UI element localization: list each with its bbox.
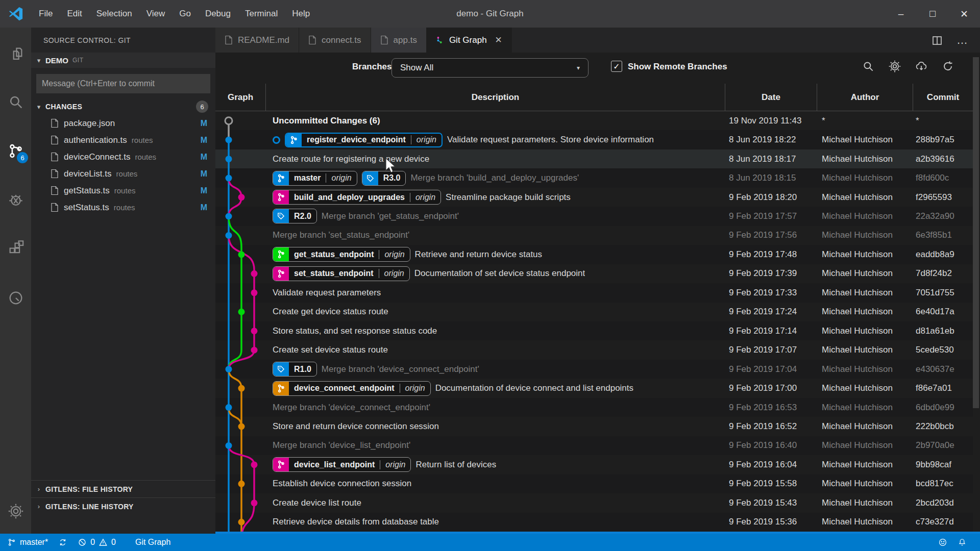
git-status-modified: M	[201, 153, 207, 162]
menu-debug[interactable]: Debug	[199, 6, 237, 22]
close-button[interactable]: ✕	[948, 0, 980, 28]
description-cell: Create set device status route	[265, 345, 725, 355]
debug-icon[interactable]	[0, 184, 31, 216]
clock-icon[interactable]	[0, 282, 31, 314]
branch-label[interactable]: register_device_endpointorigin	[285, 133, 443, 147]
commit-row[interactable]: R1.0Merge branch 'device_connect_endpoin…	[215, 360, 973, 379]
repo-section-header[interactable]: ▾ DEMO GIT	[31, 53, 215, 68]
menu-go[interactable]: Go	[173, 6, 197, 22]
source-control-badge: 6	[17, 152, 28, 163]
menu-selection[interactable]: Selection	[90, 6, 138, 22]
menu-edit[interactable]: Edit	[61, 6, 88, 22]
menu-file[interactable]: File	[33, 6, 59, 22]
commit-row[interactable]: Store status, and set response status co…	[215, 321, 973, 340]
commit-row[interactable]: Merge branch 'device_connect_endpoint'9 …	[215, 398, 973, 417]
remote-label: origin	[380, 460, 410, 469]
show-remote-checkbox[interactable]: ✓	[611, 61, 622, 72]
sync-status-item[interactable]	[53, 534, 72, 551]
menu-view[interactable]: View	[140, 6, 172, 22]
description-cell: Create device list route	[265, 498, 725, 508]
maximize-button[interactable]: □	[917, 0, 948, 28]
menu-help[interactable]: Help	[286, 6, 316, 22]
git-status-modified: M	[201, 169, 207, 179]
commit-description: Retrieve device details from database ta…	[273, 517, 439, 527]
changes-section-header[interactable]: ▾ CHANGES 6	[31, 98, 215, 115]
problems-status-item[interactable]: 0 0	[72, 534, 121, 551]
date-cell: 9 Feb 2019 17:24	[725, 307, 817, 317]
feedback-smiley-icon[interactable]	[933, 534, 952, 551]
tab-git-graph[interactable]: Git Graph✕	[427, 28, 512, 53]
commit-row[interactable]: Store and return device connection sessi…	[215, 417, 973, 436]
git-graph-status-item[interactable]: Git Graph	[130, 534, 176, 551]
commit-row[interactable]: Create route for registering a new devic…	[215, 149, 973, 168]
branch-label[interactable]: device_connect_endpointorigin	[273, 381, 431, 396]
commit-row[interactable]: Establish device connection session9 Feb…	[215, 474, 973, 493]
author-cell: Michael Hutchison	[817, 154, 913, 164]
author-cell: Michael Hutchison	[817, 192, 913, 203]
commit-row[interactable]: Uncommitted Changes (6)19 Nov 2019 11:43…	[215, 111, 973, 130]
column-header-author: Author	[817, 84, 913, 111]
commit-row[interactable]: set_status_endpointoriginDocumentation o…	[215, 264, 973, 283]
commit-row[interactable]: Merge branch 'set_status_endpoint'9 Feb …	[215, 226, 973, 245]
file-row[interactable]: authentication.tsroutesM	[31, 132, 215, 148]
source-control-icon[interactable]: 6	[0, 135, 31, 167]
branch-label[interactable]: get_status_endpointorigin	[273, 247, 410, 262]
minimize-button[interactable]: –	[885, 0, 917, 28]
branch-status-item[interactable]: master*	[0, 534, 53, 551]
menu-terminal[interactable]: Terminal	[239, 6, 284, 22]
commit-row[interactable]: device_connect_endpointoriginDocumentati…	[215, 379, 973, 397]
commit-hash-cell: 9bb98caf	[913, 460, 973, 470]
tag-label[interactable]: R2.0	[273, 209, 317, 223]
commit-hash-cell: 7d8f24b2	[913, 268, 973, 279]
tab-connect-ts[interactable]: connect.ts	[299, 28, 371, 53]
commit-row[interactable]: Validate request parameters9 Feb 2019 17…	[215, 283, 973, 302]
tab-label: Git Graph	[449, 35, 487, 45]
branch-label[interactable]: set_status_endpointorigin	[273, 266, 410, 281]
file-row[interactable]: deviceList.tsroutesM	[31, 165, 215, 182]
branch-label[interactable]: masterorigin	[273, 171, 357, 186]
search-icon[interactable]	[0, 86, 31, 118]
search-icon[interactable]	[862, 60, 875, 73]
commit-row[interactable]: Create get device status route9 Feb 2019…	[215, 303, 973, 321]
tab-readme-md[interactable]: README.md	[215, 28, 299, 53]
branch-label[interactable]: device_list_endpointorigin	[273, 457, 411, 472]
sidebar-section-gitlens-file-history[interactable]: ›GITLENS: FILE HISTORY	[31, 480, 215, 497]
tab-app-ts[interactable]: app.ts	[371, 28, 427, 53]
commit-row[interactable]: Retrieve device details from database ta…	[215, 513, 973, 532]
commit-row[interactable]: build_and_deploy_upgradesoriginStreamlin…	[215, 188, 973, 207]
commit-row[interactable]: get_status_endpointoriginRetrieve and re…	[215, 245, 973, 264]
refresh-icon[interactable]	[941, 60, 954, 73]
author-cell: Michael Hutchison	[817, 173, 913, 183]
extensions-icon[interactable]	[0, 233, 31, 265]
fetch-icon[interactable]	[915, 60, 928, 73]
scrollbar[interactable]	[973, 57, 979, 408]
file-row[interactable]: setStatus.tsroutesM	[31, 199, 215, 216]
branch-label[interactable]: build_and_deploy_upgradesorigin	[273, 190, 441, 205]
branches-dropdown-value: Show All	[400, 63, 433, 73]
commit-row[interactable]: Create device list route9 Feb 2019 15:43…	[215, 493, 973, 512]
split-editor-icon[interactable]	[931, 34, 943, 46]
commit-message-input[interactable]	[36, 74, 210, 93]
more-actions-icon[interactable]: …	[957, 34, 969, 47]
file-row[interactable]: package.jsonM	[31, 115, 215, 132]
close-icon[interactable]: ✕	[495, 35, 502, 45]
commit-row[interactable]: device_list_endpointoriginReturn list of…	[215, 455, 973, 474]
commit-description: Store status, and set response status co…	[273, 326, 437, 336]
notifications-bell-icon[interactable]	[952, 534, 972, 551]
file-row[interactable]: deviceConnect.tsroutesM	[31, 148, 215, 165]
tag-label[interactable]: R1.0	[273, 362, 317, 377]
description-cell: device_list_endpointoriginReturn list of…	[265, 457, 725, 472]
commit-row[interactable]: Merge branch 'device_list_endpoint'9 Feb…	[215, 436, 973, 455]
git-status-modified: M	[201, 119, 207, 128]
commit-row[interactable]: Create set device status route9 Feb 2019…	[215, 340, 973, 359]
commit-row[interactable]: register_device_endpointoriginValidate r…	[215, 130, 973, 149]
show-remote-label: Show Remote Branches	[628, 62, 727, 72]
commit-row[interactable]: masteroriginR3.0Merge branch 'build_and_…	[215, 168, 973, 187]
explorer-icon[interactable]	[0, 38, 31, 70]
branches-dropdown[interactable]: Show All ▾	[391, 58, 589, 78]
file-row[interactable]: getStatus.tsroutesM	[31, 182, 215, 199]
sidebar-section-gitlens-line-history[interactable]: ›GITLENS: LINE HISTORY	[31, 497, 215, 515]
settings-icon[interactable]	[888, 60, 901, 73]
commit-row[interactable]: R2.0Merge branch 'get_status_endpoint'9 …	[215, 207, 973, 226]
settings-gear-icon[interactable]	[0, 495, 31, 528]
